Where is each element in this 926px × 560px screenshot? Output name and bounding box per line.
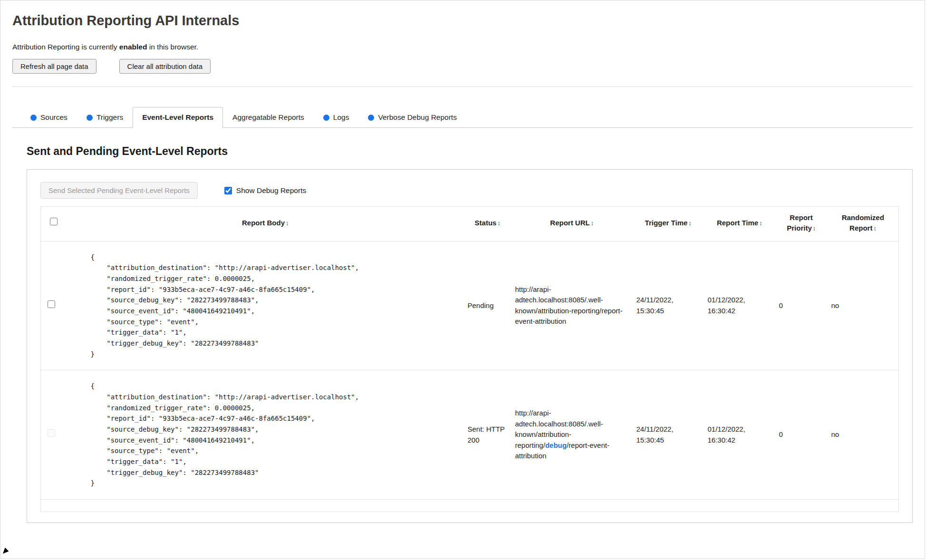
send-selected-button: Send Selected Pending Event-Level Report… [40, 182, 198, 199]
table-row: { "attribution_destination": "http://ara… [41, 370, 899, 500]
status-suffix: in this browser. [147, 43, 198, 51]
show-debug-label: Show Debug Reports [236, 186, 306, 195]
page-title: Attribution Reporting API Internals [12, 13, 913, 29]
status-prefix: Attribution Reporting is currently [12, 43, 119, 51]
section-heading: Sent and Pending Event-Level Reports [27, 145, 913, 158]
reports-panel: Send Selected Pending Event-Level Report… [27, 169, 913, 523]
tab-label: Sources [40, 113, 68, 122]
header-report-time[interactable]: Report Time↕ [704, 207, 775, 241]
blue-dot-icon [368, 115, 374, 121]
report-status: Sent: HTTP 200 [464, 370, 511, 500]
report-priority: 0 [775, 241, 828, 370]
tab-logs[interactable]: Logs [314, 107, 359, 128]
sort-icon: ↕ [813, 225, 816, 232]
header-label: Report Priority [787, 213, 812, 232]
tab-event-level-reports[interactable]: Event-Level Reports [133, 107, 223, 128]
tab-label: Event-Level Reports [142, 113, 213, 122]
sort-icon: ↕ [688, 220, 691, 227]
tab-label: Logs [333, 113, 349, 122]
sort-icon: ↕ [497, 220, 500, 227]
report-url: http://arapi-adtech.localhost:8085/.well… [511, 370, 633, 500]
report-priority: 0 [775, 370, 828, 500]
tab-triggers[interactable]: Triggers [77, 107, 133, 128]
header-label: Trigger Time [645, 219, 688, 227]
mouse-cursor-icon [3, 548, 10, 556]
header-randomized-report[interactable]: Randomized Report↕ [828, 207, 899, 241]
header-report-priority[interactable]: Report Priority↕ [775, 207, 828, 241]
blue-dot-icon [30, 115, 37, 121]
header-label: Report URL [550, 219, 589, 227]
tab-label: Verbose Debug Reports [378, 113, 456, 122]
sort-icon: ↕ [591, 220, 594, 227]
report-url: http://arapi-adtech.localhost:8085/.well… [511, 241, 633, 370]
trigger-time: 24/11/2022, 15:30:45 [633, 370, 704, 500]
refresh-all-button[interactable]: Refresh all page data [12, 59, 96, 74]
trigger-time: 24/11/2022, 15:30:45 [633, 241, 704, 370]
header-label: Report Body [242, 219, 285, 227]
tab-bar: Sources Triggers Event-Level Reports Agg… [12, 107, 913, 128]
header-label: Report Time [717, 219, 758, 227]
header-status[interactable]: Status↕ [464, 207, 511, 241]
tab-label: Aggregatable Reports [232, 113, 304, 122]
top-buttons: Refresh all page data Clear all attribut… [12, 59, 913, 74]
table-footer-spacer [41, 499, 899, 512]
show-debug-checkbox[interactable] [224, 187, 232, 194]
row-select-checkbox[interactable] [48, 300, 55, 308]
report-status: Pending [464, 241, 511, 370]
tab-sources[interactable]: Sources [21, 107, 77, 128]
header-report-url[interactable]: Report URL↕ [511, 207, 633, 241]
header-report-body[interactable]: Report Body↕ [67, 207, 464, 241]
blue-dot-icon [87, 115, 93, 121]
tab-verbose-debug-reports[interactable]: Verbose Debug Reports [358, 107, 466, 128]
clear-all-button[interactable]: Clear all attribution data [119, 59, 211, 74]
show-debug-reports-toggle[interactable]: Show Debug Reports [224, 186, 306, 195]
blue-dot-icon [323, 115, 329, 121]
table-row: { "attribution_destination": "http://ara… [41, 241, 899, 370]
randomized-report: no [828, 370, 899, 500]
event-level-reports-table: Report Body↕ Status↕ Report URL↕ Trigger… [40, 206, 899, 512]
divider [12, 87, 913, 87]
report-body-json: { "attribution_destination": "http://ara… [91, 381, 460, 489]
sort-icon: ↕ [286, 220, 289, 227]
table-footer-row [41, 499, 899, 512]
status-enabled: enabled [119, 43, 147, 51]
header-trigger-time[interactable]: Trigger Time↕ [633, 207, 704, 241]
report-time: 01/12/2022, 16:30:42 [704, 370, 775, 500]
report-url-text: http://arapi-adtech.localhost:8085/.well… [515, 285, 623, 326]
row-select-checkbox [48, 429, 55, 437]
randomized-report: no [828, 241, 899, 370]
select-all-checkbox[interactable] [50, 218, 58, 225]
tab-aggregatable-reports[interactable]: Aggregatable Reports [223, 107, 314, 128]
sort-icon: ↕ [759, 220, 762, 227]
header-label: Status [475, 219, 497, 227]
controls-row: Send Selected Pending Event-Level Report… [40, 182, 899, 199]
status-line: Attribution Reporting is currently enabl… [12, 43, 913, 51]
header-label: Randomized Report [842, 213, 884, 232]
report-body-json: { "attribution_destination": "http://ara… [91, 252, 460, 360]
tab-label: Triggers [96, 113, 123, 122]
table-header-row: Report Body↕ Status↕ Report URL↕ Trigger… [41, 207, 899, 241]
report-time: 01/12/2022, 16:30:42 [704, 241, 775, 370]
page-frame: Attribution Reporting API Internals Attr… [0, 0, 925, 559]
sort-icon: ↕ [873, 225, 876, 232]
debug-path-segment: debug [545, 441, 567, 449]
